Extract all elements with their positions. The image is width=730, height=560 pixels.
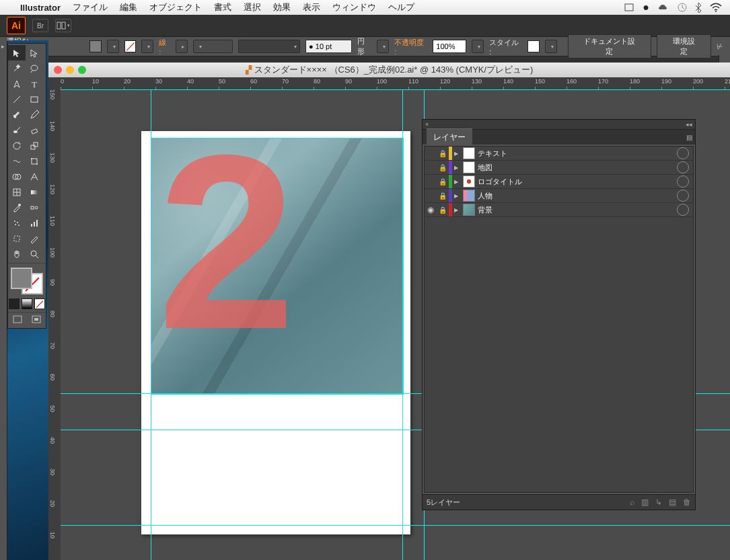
magic-wand-tool[interactable]	[8, 61, 26, 76]
target-icon[interactable]	[677, 204, 689, 216]
ruler-vertical[interactable]: 1501401301201101009080706050403020100	[48, 89, 61, 560]
ruler-origin[interactable]	[48, 77, 61, 90]
panel-collapse[interactable]: ◂◂	[686, 121, 692, 128]
graph-tool[interactable]	[26, 215, 43, 231]
blob-brush-tool[interactable]	[8, 122, 26, 138]
free-transform-tool[interactable]	[26, 153, 43, 169]
width-tool[interactable]	[8, 153, 26, 169]
lock-toggle[interactable]: 🔒	[437, 164, 449, 171]
visibility-toggle[interactable]: ◉	[425, 205, 437, 214]
arrange-button[interactable]: ▾	[55, 19, 71, 32]
stroke-dd[interactable]: ▾	[141, 40, 153, 53]
eyedropper-tool[interactable]	[8, 200, 26, 215]
slice-tool[interactable]	[26, 231, 43, 246]
pencil-tool[interactable]	[26, 107, 43, 122]
menu-file[interactable]: ファイル	[73, 1, 108, 13]
expand-icon[interactable]: ▶	[452, 207, 460, 213]
draw-mode-icon[interactable]	[32, 315, 41, 325]
align-icon[interactable]: ⊬	[717, 42, 723, 51]
style-swatch[interactable]	[527, 40, 540, 52]
layers-tab[interactable]: レイヤー	[427, 128, 472, 146]
ai-logo[interactable]: Ai	[7, 17, 26, 34]
opacity-input[interactable]: 100%	[433, 40, 466, 53]
menu-edit[interactable]: 編集	[120, 1, 137, 13]
line-tool[interactable]	[8, 91, 26, 107]
layer-name[interactable]: テキスト	[478, 149, 677, 159]
lock-toggle[interactable]: 🔒	[437, 192, 449, 200]
window-minimize[interactable]	[66, 66, 74, 74]
color-mode-gradient[interactable]	[22, 298, 32, 309]
guide-h[interactable]	[61, 89, 730, 90]
type-tool[interactable]: T	[26, 76, 43, 91]
menu-object[interactable]: オブジェクト	[149, 1, 202, 13]
scale-tool[interactable]	[26, 138, 43, 153]
ruler-horizontal[interactable]: 0102030405060708090100110120130140150160…	[61, 77, 730, 90]
tray-bluetooth-icon[interactable]	[695, 2, 702, 13]
style-dd[interactable]: ▾	[545, 40, 557, 53]
color-mode-none[interactable]	[34, 298, 45, 309]
stroke-width-profile[interactable]: ● 10 pt	[305, 40, 352, 53]
tray-cc-icon[interactable]	[657, 3, 669, 12]
layer-name[interactable]: 背景	[478, 205, 677, 215]
stroke-menu[interactable]: ▸	[176, 40, 188, 53]
hand-tool[interactable]	[8, 246, 26, 262]
panel-close[interactable]: ×	[425, 121, 429, 128]
menu-view[interactable]: 表示	[303, 1, 320, 13]
stroke-shape-dd[interactable]: ▾	[377, 40, 389, 53]
doc-setup-button[interactable]: ドキュメント設定	[568, 34, 651, 58]
layer-name[interactable]: 地図	[478, 163, 677, 173]
selection-tool[interactable]	[8, 45, 26, 61]
blend-tool[interactable]	[26, 200, 43, 215]
guide-h[interactable]	[61, 525, 730, 526]
menu-effect[interactable]: 効果	[273, 1, 291, 13]
tray-clock-icon[interactable]	[678, 3, 687, 12]
window-close[interactable]	[54, 66, 62, 74]
panel-menu-icon[interactable]: ▤	[686, 134, 692, 141]
target-icon[interactable]	[677, 161, 689, 173]
lasso-tool[interactable]	[26, 61, 43, 76]
gradient-tool[interactable]	[26, 184, 43, 200]
lock-toggle[interactable]: 🔒	[437, 206, 449, 214]
bridge-button[interactable]: Br	[32, 19, 48, 32]
fill-stroke-picker[interactable]	[11, 268, 43, 294]
lock-toggle[interactable]: 🔒	[437, 178, 449, 186]
left-dock[interactable]: ▸	[0, 40, 7, 560]
menu-select[interactable]: 選択	[244, 1, 261, 13]
fill-color[interactable]	[11, 268, 32, 289]
layer-row[interactable]: 🔒▶テキスト	[425, 147, 693, 161]
app-name[interactable]: Illustrator	[20, 3, 61, 13]
menu-help[interactable]: ヘルプ	[388, 1, 414, 13]
artboard-tool[interactable]	[8, 231, 26, 246]
document-titlebar[interactable]: ▞スタンダード×××× （CS6）_完成例02.ai* @ 143% (CMYK…	[48, 63, 730, 78]
target-icon[interactable]	[677, 175, 689, 188]
eraser-tool[interactable]	[26, 122, 43, 138]
menu-window[interactable]: ウィンドウ	[332, 1, 376, 13]
color-mode-solid[interactable]	[9, 298, 20, 309]
tray-icon[interactable]	[624, 3, 634, 12]
opacity-label[interactable]: 不透明度 :	[394, 38, 427, 56]
stroke-weight-dd[interactable]: ▾	[193, 40, 233, 53]
mesh-tool[interactable]	[8, 184, 26, 200]
stroke-swatch[interactable]	[124, 40, 137, 52]
brush-dd[interactable]: ▾	[238, 40, 300, 53]
fill-swatch[interactable]	[89, 40, 102, 52]
layer-name[interactable]: 人物	[478, 191, 677, 201]
symbol-sprayer-tool[interactable]	[8, 215, 26, 231]
rectangle-tool[interactable]	[26, 91, 43, 107]
menu-type[interactable]: 書式	[214, 1, 231, 13]
expand-icon[interactable]: ▶	[452, 151, 460, 157]
paintbrush-tool[interactable]	[8, 107, 26, 122]
sublayer-icon[interactable]: ↳	[655, 497, 662, 507]
direct-select-tool[interactable]	[26, 45, 43, 61]
locate-object-icon[interactable]: ⌕	[630, 497, 634, 507]
layer-row[interactable]: 🔒▶地図	[425, 161, 693, 175]
delete-layer-icon[interactable]: 🗑	[683, 497, 691, 507]
layer-row[interactable]: 🔒▶人物	[425, 189, 693, 203]
rotate-tool[interactable]	[8, 138, 26, 153]
layer-name[interactable]: ロゴタイトル	[478, 177, 677, 187]
perspective-tool[interactable]	[26, 169, 43, 184]
target-icon[interactable]	[677, 190, 689, 202]
screen-mode-icon[interactable]	[13, 315, 22, 325]
layer-row[interactable]: ◉🔒▶背景	[425, 203, 693, 217]
expand-icon[interactable]: ▶	[452, 165, 460, 171]
